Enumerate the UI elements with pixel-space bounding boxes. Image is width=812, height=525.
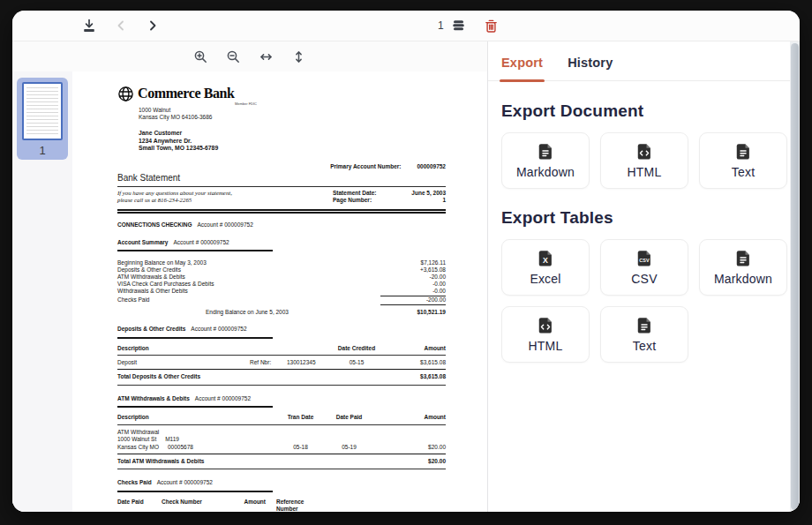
- checks-table: Date Paid Check Number Amount Reference …: [117, 494, 310, 512]
- html-file-icon: [536, 316, 555, 335]
- svg-text:X: X: [543, 256, 548, 265]
- page-number-label: Page Number:: [333, 197, 372, 204]
- chevron-left-icon: [114, 19, 128, 33]
- ending-balance-amount: $10,521.19: [417, 309, 446, 316]
- export-tables-markdown-button[interactable]: Markdown: [699, 239, 787, 296]
- excel-file-icon: X: [536, 249, 555, 268]
- export-tables-options: X Excel CSV CSV Markdown: [501, 239, 791, 363]
- atm-total-amount: $20.00: [428, 458, 446, 465]
- export-document-text-button[interactable]: Text: [699, 132, 787, 189]
- download-icon: [81, 18, 97, 34]
- statement-divider: [117, 209, 446, 214]
- globe-icon: [117, 86, 134, 102]
- next-page-button[interactable]: [143, 16, 162, 35]
- pages-stack-icon: [450, 18, 466, 34]
- export-tables-html-button[interactable]: HTML: [501, 306, 590, 363]
- page-count: 1: [438, 19, 444, 32]
- summary-heading: Account Summary: [117, 239, 168, 245]
- page-thumbnail[interactable]: 1: [17, 78, 68, 160]
- customer-address-line1: 1234 Anywhere Dr.: [139, 138, 446, 146]
- fit-height-icon: [291, 49, 306, 64]
- export-tables-text-button[interactable]: Text: [600, 306, 688, 363]
- pages-button[interactable]: [448, 16, 468, 35]
- zoom-in-icon: [193, 49, 208, 64]
- checks-heading: Checks Paid: [117, 479, 152, 485]
- download-button[interactable]: [79, 16, 99, 35]
- bank-logo-subtext: Member FDIC: [235, 101, 257, 106]
- thumbnail-page-number: 1: [17, 144, 68, 157]
- bank-address-line2: Kansas City MO 64106-3686: [139, 114, 446, 121]
- zoom-out-icon: [226, 49, 241, 64]
- markdown-file-icon: [733, 249, 753, 268]
- statement-date-value: June 5, 2003: [411, 190, 446, 197]
- primary-account-value: 000009752: [417, 163, 446, 170]
- account-ref: Account # 000009752: [198, 221, 253, 228]
- customer-address-line2: Small Town, MO 12345-6789: [139, 145, 446, 153]
- html-file-icon: [635, 142, 654, 161]
- export-document-html-button[interactable]: HTML: [600, 132, 688, 189]
- delete-page-button[interactable]: [482, 16, 501, 35]
- atm-row: ATM Withdrawal 1000 Walnut StM119 Kansas…: [117, 425, 446, 454]
- text-file-icon: [635, 316, 654, 335]
- scrollbar-thumb[interactable]: [791, 43, 799, 510]
- panel-scrollbar[interactable]: [790, 41, 800, 512]
- atm-heading: ATM Withdrawals & Debits: [117, 395, 190, 401]
- document-page: Commerce Bank Member FDIC 1000 Walnut Ka…: [72, 71, 487, 512]
- bank-statement: Commerce Bank Member FDIC 1000 Walnut Ka…: [117, 85, 446, 512]
- tab-history[interactable]: History: [568, 56, 613, 80]
- markdown-file-icon: [536, 142, 555, 161]
- bank-name: Commerce Bank: [138, 85, 235, 103]
- export-document-heading: Export Document: [501, 101, 791, 121]
- help-text-line1: If you have any questions about your sta…: [117, 190, 232, 198]
- prev-page-button[interactable]: [111, 16, 131, 35]
- top-toolbar: 1: [12, 11, 800, 41]
- document-viewer: 1 Commerce Bank Member FDIC: [12, 41, 488, 512]
- zoom-out-button[interactable]: [224, 47, 244, 66]
- statement-title: Bank Statement: [117, 172, 446, 187]
- export-tables-heading: Export Tables: [501, 208, 791, 228]
- export-tables-csv-button[interactable]: CSV CSV: [600, 239, 688, 296]
- account-summary: Beginning Balance on May 3, 2003$7,126.1…: [117, 259, 446, 305]
- zoom-toolbar: [12, 41, 487, 71]
- app-window: 1: [12, 11, 800, 512]
- chevron-right-icon: [146, 19, 160, 33]
- deposits-heading: Deposits & Other Credits: [117, 326, 185, 332]
- fit-width-icon: [259, 49, 274, 64]
- bank-address-line1: 1000 Walnut: [139, 107, 446, 114]
- fit-height-button[interactable]: [289, 47, 309, 66]
- help-text-line2: please call us at 816-234-2265: [117, 197, 232, 205]
- text-file-icon: [733, 142, 753, 161]
- customer-name: Jane Customer: [139, 130, 446, 138]
- atm-total-label: Total ATM Withdrawals & Debits: [117, 458, 204, 465]
- trash-icon: [484, 19, 499, 34]
- export-document-markdown-button[interactable]: Markdown: [501, 132, 590, 189]
- thumbnail-panel: 1: [12, 71, 72, 512]
- thumbnail-page-preview: [22, 82, 63, 140]
- ending-balance-label: Ending Balance on June 5, 2003: [206, 309, 289, 316]
- export-tables-excel-button[interactable]: X Excel: [501, 239, 590, 296]
- export-document-options: Markdown HTML Text: [501, 132, 791, 189]
- deposits-total-amount: $3,615.08: [420, 373, 446, 380]
- deposits-total-label: Total Deposits & Other Credits: [117, 373, 200, 380]
- page-number-value: 1: [442, 197, 446, 204]
- tab-export[interactable]: Export: [501, 56, 543, 80]
- fit-width-button[interactable]: [257, 47, 276, 66]
- export-panel: Export History Export Document Markdown: [488, 41, 800, 512]
- csv-file-icon: CSV: [635, 249, 654, 268]
- account-heading: CONNECTIONS CHECKING: [117, 221, 192, 228]
- svg-text:CSV: CSV: [639, 258, 650, 263]
- bank-logo: Commerce Bank Member FDIC: [117, 85, 250, 103]
- primary-account-label: Primary Account Number:: [330, 163, 401, 170]
- deposit-row: Deposit Ref Nbr: 130012345 05-15 $3,615.…: [117, 356, 446, 369]
- statement-date-label: Statement Date:: [333, 190, 376, 197]
- panel-tabs: Export History: [488, 41, 800, 81]
- zoom-in-button[interactable]: [192, 47, 211, 66]
